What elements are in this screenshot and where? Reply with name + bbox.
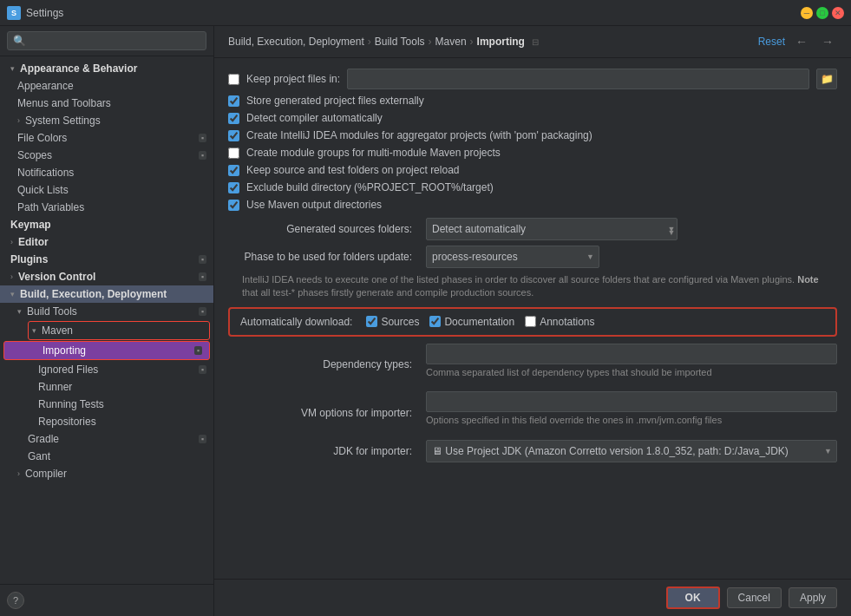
sidebar-item-repositories[interactable]: Repositories [0, 413, 213, 430]
sidebar-item-scopes[interactable]: Scopes ▪ [0, 147, 213, 164]
keep-source-checkbox[interactable] [228, 165, 239, 176]
sidebar-item-label: Plugins [10, 253, 48, 265]
exclude-build-checkbox[interactable] [228, 182, 239, 193]
badge-icon: ▪ [199, 151, 206, 160]
documentation-checkbox-label[interactable]: Documentation [429, 316, 514, 328]
sidebar-item-compiler[interactable]: › Compiler [0, 465, 213, 482]
reset-button[interactable]: Reset [758, 36, 785, 48]
create-modules-checkbox[interactable] [228, 130, 239, 141]
sidebar-item-build-tools[interactable]: ▾ Build Tools ▪ [0, 303, 213, 320]
badge-icon: ▪ [199, 365, 206, 374]
use-maven-checkbox[interactable] [228, 200, 239, 211]
use-maven-row: Use Maven output directories [228, 199, 837, 211]
sidebar-item-label: Editor [18, 236, 49, 248]
sidebar-item-menus-toolbars[interactable]: Menus and Toolbars [0, 95, 213, 112]
sidebar-item-label: Build Tools [27, 305, 77, 318]
back-button[interactable]: ← [792, 33, 811, 50]
badge-icon: ▪ [199, 134, 206, 142]
sidebar-item-label: Compiler [25, 468, 67, 480]
content-area: Keep project files in: 📁 Store generated… [214, 58, 851, 579]
sidebar-item-appearance-behavior[interactable]: ▾ Appearance & Behavior [0, 60, 213, 77]
sidebar-item-quick-lists[interactable]: Quick Lists [0, 181, 213, 199]
create-groups-checkbox[interactable] [228, 147, 239, 159]
sidebar-item-importing[interactable]: Importing ▪ [3, 341, 210, 360]
sidebar-item-build-exec-deploy[interactable]: ▾ Build, Execution, Deployment [0, 285, 213, 303]
dependency-types-value-col: jar, test-jar, maven-plugin, ejb, ejb-cl… [426, 344, 837, 386]
phase-select[interactable]: process-resources generate-sources gener… [426, 246, 599, 268]
create-groups-row: Create module groups for multi-module Ma… [228, 147, 837, 159]
sidebar-item-appearance[interactable]: Appearance [0, 77, 213, 95]
sidebar-item-label: Running Tests [38, 398, 104, 410]
auto-download-section: Automatically download: Sources Document… [228, 307, 837, 337]
app-icon: S [7, 6, 21, 20]
apply-button[interactable]: Apply [789, 587, 837, 608]
sidebar-item-plugins[interactable]: Plugins ▪ [0, 251, 213, 268]
annotations-label: Annotations [540, 316, 594, 328]
keep-project-files-input[interactable] [347, 69, 809, 89]
cancel-button[interactable]: Cancel [727, 587, 782, 608]
sidebar-item-editor[interactable]: › Editor [0, 233, 213, 251]
sidebar: ▾ Appearance & Behavior Appearance Menus… [0, 26, 214, 616]
browse-folder-button[interactable]: 📁 [816, 69, 837, 89]
sidebar-item-runner[interactable]: Runner [0, 378, 213, 396]
detect-compiler-label[interactable]: Detect compiler automatically [246, 112, 383, 124]
breadcrumb-part-2: Build Tools [375, 36, 425, 48]
keep-source-label[interactable]: Keep source and test folders on project … [246, 164, 459, 176]
exclude-build-label[interactable]: Exclude build directory (%PROJECT_ROOT%/… [246, 181, 494, 193]
detect-compiler-checkbox[interactable] [228, 113, 239, 124]
sources-checkbox-label[interactable]: Sources [366, 316, 419, 328]
expand-arrow: › [10, 238, 13, 246]
help-button[interactable]: ? [7, 592, 24, 609]
sidebar-item-path-variables[interactable]: Path Variables [0, 199, 213, 216]
generated-sources-value-col: Detect automatically Each generated sour… [426, 218, 837, 240]
ok-button[interactable]: OK [666, 587, 720, 609]
settings-tree: ▾ Appearance & Behavior Appearance Menus… [0, 56, 213, 584]
sidebar-item-system-settings[interactable]: › System Settings [0, 112, 213, 129]
breadcrumb: Build, Execution, Deployment › Build Too… [228, 36, 539, 48]
store-generated-label[interactable]: Store generated project files externally [246, 95, 424, 107]
sources-checkbox[interactable] [366, 316, 377, 327]
maximize-button[interactable]: □ [816, 7, 828, 19]
vm-options-value-col: Options specified in this field override… [426, 391, 837, 434]
documentation-label: Documentation [444, 316, 514, 328]
dependency-types-input[interactable]: jar, test-jar, maven-plugin, ejb, ejb-cl… [426, 344, 837, 364]
search-input[interactable] [7, 31, 206, 50]
sidebar-item-version-control[interactable]: › Version Control ▪ [0, 268, 213, 285]
jdk-select-wrapper: 🖥 Use Project JDK (Amazon Corretto versi… [426, 440, 837, 462]
generated-sources-select[interactable]: Detect automatically Each generated sour… [426, 218, 678, 240]
forward-button[interactable]: → [818, 33, 837, 50]
keep-source-row: Keep source and test folders on project … [228, 164, 837, 176]
sidebar-item-keymap[interactable]: Keymap [0, 216, 213, 233]
expand-arrow: › [17, 469, 20, 478]
sidebar-item-maven[interactable]: ▾ Maven [28, 321, 210, 340]
sidebar-item-gant[interactable]: Gant [0, 448, 213, 465]
sidebar-item-file-colors[interactable]: File Colors ▪ [0, 129, 213, 147]
expand-arrow: ▾ [10, 290, 15, 298]
generated-sources-row: Generated sources folders: Detect automa… [228, 218, 837, 240]
annotations-checkbox-label[interactable]: Annotations [525, 316, 594, 328]
store-generated-row: Store generated project files externally [228, 95, 837, 107]
generated-sources-label: Generated sources folders: [228, 223, 419, 235]
sidebar-item-label: Appearance & Behavior [20, 62, 137, 75]
sidebar-item-gradle[interactable]: Gradle ▪ [0, 430, 213, 448]
vm-options-input[interactable] [426, 391, 837, 412]
create-groups-label[interactable]: Create module groups for multi-module Ma… [246, 147, 501, 159]
store-generated-checkbox[interactable] [228, 95, 239, 107]
vm-options-hint: Options specified in this field override… [426, 414, 837, 427]
sidebar-item-running-tests[interactable]: Running Tests [0, 396, 213, 413]
sidebar-item-notifications[interactable]: Notifications [0, 164, 213, 181]
expand-arrow: ▾ [32, 326, 36, 335]
minimize-button[interactable]: ─ [801, 7, 813, 19]
documentation-checkbox[interactable] [429, 316, 441, 327]
keep-project-files-label[interactable]: Keep project files in: [246, 73, 340, 85]
sidebar-item-label: File Colors [17, 132, 67, 144]
keep-project-files-checkbox[interactable] [228, 74, 239, 85]
expand-arrow: › [10, 272, 13, 281]
use-maven-label[interactable]: Use Maven output directories [246, 199, 382, 211]
annotations-checkbox[interactable] [525, 316, 536, 327]
jdk-select[interactable]: 🖥 Use Project JDK (Amazon Corretto versi… [426, 440, 837, 462]
close-button[interactable]: ✕ [832, 7, 844, 19]
create-modules-label[interactable]: Create IntelliJ IDEA modules for aggrega… [246, 129, 592, 141]
sidebar-item-ignored-files[interactable]: Ignored Files ▪ [0, 361, 213, 378]
search-bar [0, 26, 213, 56]
